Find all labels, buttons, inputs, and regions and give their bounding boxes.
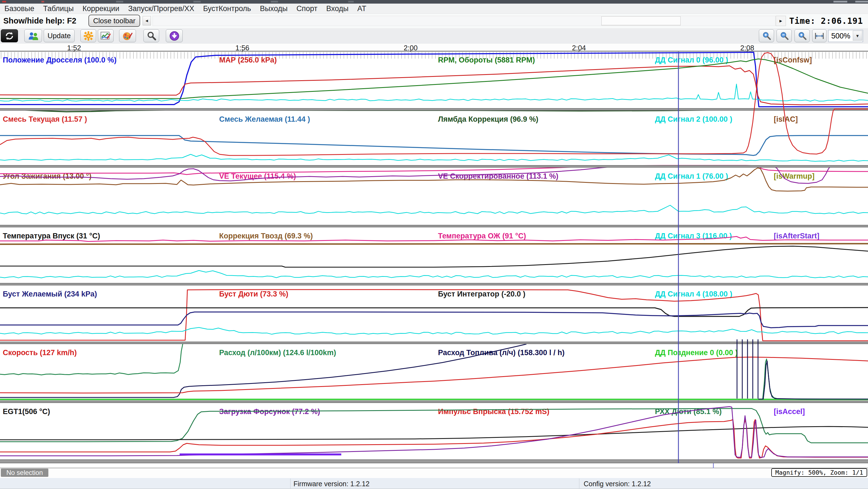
trace-fuel-flow-tail [758, 361, 868, 399]
trace-afr-current [0, 53, 868, 155]
trace-fuel-flow-osc [737, 339, 758, 399]
chart-area[interactable]: Положение Дросселя (100.0 %)МАР (256.0 k… [0, 0, 868, 489]
overlay-canvas [0, 0, 868, 489]
